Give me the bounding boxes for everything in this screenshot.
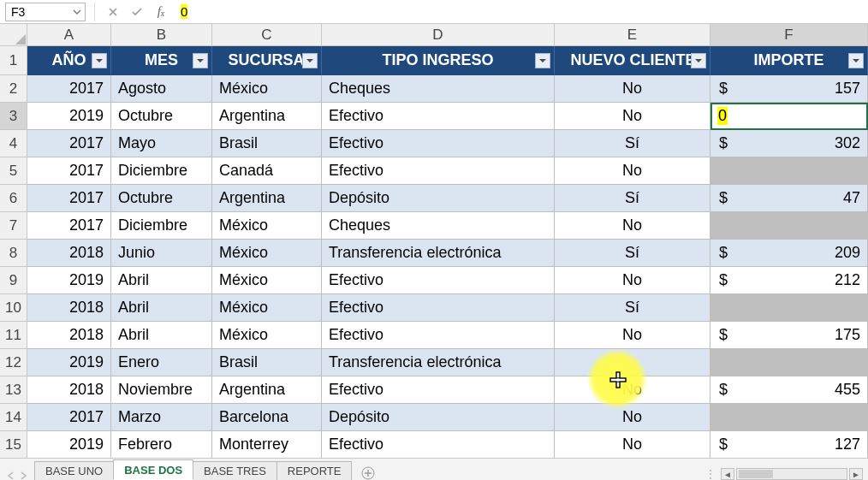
sheet-tab[interactable]: BASE DOS [113,459,193,480]
tab-split-handle[interactable]: ⋮ [705,468,716,480]
cell[interactable]: Cheques [322,212,555,240]
cell[interactable]: Cheques [322,75,555,103]
formula-input[interactable]: 0 [175,3,863,21]
cell[interactable]: No [555,157,710,185]
hscroll-right-button[interactable]: ► [849,468,863,480]
cell[interactable]: Depósito [322,404,555,431]
cell[interactable]: Diciembre [111,212,212,240]
filter-button-ano[interactable] [92,53,107,68]
cell[interactable]: No [555,376,710,404]
cell[interactable]: Noviembre [111,376,212,404]
cell[interactable]: No [555,75,710,103]
row-header-14[interactable]: 14 [0,404,27,431]
cell[interactable]: Diciembre [111,157,212,185]
cell[interactable]: Efectivo [322,376,555,404]
cell-importe[interactable]: $302 [710,130,868,157]
cell[interactable]: Agosto [111,75,212,103]
cell[interactable]: Efectivo [322,431,555,459]
column-header-B[interactable]: B [111,24,212,46]
cell[interactable]: 2017 [27,185,111,212]
cell[interactable]: México [212,267,322,294]
cell-importe[interactable]: $47 [710,185,868,212]
cell[interactable]: Marzo [111,404,212,431]
cell[interactable]: 2019 [27,349,111,376]
row-header-10[interactable]: 10 [0,294,27,322]
cell[interactable]: Enero [111,349,212,376]
cell[interactable]: Argentina [212,103,322,130]
hscroll-left-button[interactable]: ◄ [721,468,734,480]
cell-importe[interactable] [710,212,868,240]
tab-scroll-next[interactable] [19,471,27,480]
sheet-tab[interactable]: BASE TRES [193,461,277,480]
cell[interactable]: 2018 [27,240,111,267]
cell[interactable]: Sí [555,185,710,212]
cell[interactable]: 2018 [27,294,111,322]
cell[interactable]: No [555,267,710,294]
cell[interactable]: Junio [111,240,212,267]
row-header-4[interactable]: 4 [0,130,27,157]
new-sheet-button[interactable] [358,466,378,480]
cell-importe[interactable]: 0 [710,103,868,130]
cell-importe[interactable] [710,404,868,431]
column-header-E[interactable]: E [555,24,710,46]
cell[interactable]: 2019 [27,103,111,130]
row-header-13[interactable]: 13 [0,376,27,404]
select-all-triangle[interactable] [0,24,27,46]
name-box[interactable]: F3 [5,3,86,21]
cell-importe[interactable]: $209 [710,240,868,267]
cell[interactable]: Canadá [212,157,322,185]
tab-scroll-prev[interactable] [7,471,15,480]
cancel-formula-button[interactable] [104,3,122,21]
cell-importe[interactable] [710,294,868,322]
row-header-3[interactable]: 3 [0,103,27,130]
cell[interactable]: 2017 [27,75,111,103]
filter-button-importe[interactable] [848,53,864,68]
enter-formula-button[interactable] [128,3,146,21]
cell[interactable]: Efectivo [322,267,555,294]
cell[interactable]: 2017 [27,404,111,431]
chevron-down-icon[interactable] [73,5,81,19]
cell-importe[interactable]: $212 [710,267,868,294]
row-header-2[interactable]: 2 [0,75,27,103]
cell[interactable]: México [212,240,322,267]
cell[interactable]: México [212,322,322,349]
cell[interactable]: México [212,212,322,240]
cell[interactable]: Transferencia electrónica [322,240,555,267]
horizontal-scrollbar[interactable] [736,468,847,480]
cell[interactable]: Efectivo [322,294,555,322]
sheet-tab[interactable]: BASE UNO [34,461,114,480]
cell[interactable]: No [555,322,710,349]
cell-importe[interactable]: $455 [710,376,868,404]
cell[interactable]: Febrero [111,431,212,459]
cell-importe[interactable]: $175 [710,322,868,349]
cell[interactable]: Sí [555,240,710,267]
cell[interactable]: Abril [111,322,212,349]
cell[interactable] [555,349,710,376]
row-header-7[interactable]: 7 [0,212,27,240]
row-header-5[interactable]: 5 [0,157,27,185]
cell[interactable]: 2019 [27,267,111,294]
column-header-D[interactable]: D [322,24,555,46]
cell[interactable]: Depósito [322,185,555,212]
cell[interactable]: Brasil [212,349,322,376]
row-header-12[interactable]: 12 [0,349,27,376]
cell[interactable]: Argentina [212,376,322,404]
cell-importe[interactable] [710,157,868,185]
cell[interactable]: No [555,431,710,459]
cell[interactable]: 2017 [27,130,111,157]
cell[interactable]: 2017 [27,157,111,185]
hscroll-thumb[interactable] [739,470,773,478]
cell[interactable]: 2017 [27,212,111,240]
cell[interactable]: Monterrey [212,431,322,459]
cell[interactable]: Mayo [111,130,212,157]
cell[interactable]: 2019 [27,431,111,459]
cell[interactable]: No [555,212,710,240]
cell[interactable]: Efectivo [322,157,555,185]
filter-button-mes[interactable] [193,53,208,68]
cell[interactable]: Abril [111,294,212,322]
sheet-tab[interactable]: REPORTE [276,461,353,480]
cell[interactable]: Sí [555,130,710,157]
cell-importe[interactable]: $157 [710,75,868,103]
cell[interactable]: No [555,103,710,130]
cell[interactable]: Abril [111,267,212,294]
